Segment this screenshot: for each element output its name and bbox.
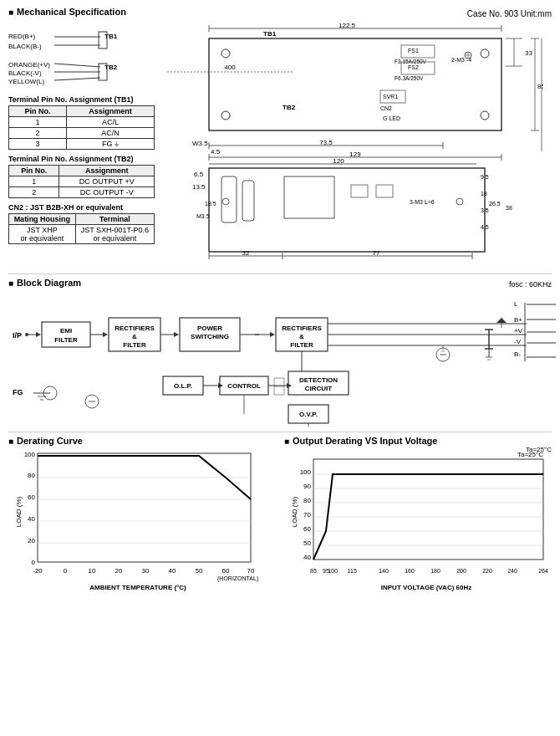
svg-text:L: L (514, 300, 518, 308)
svg-text:DETECTION: DETECTION (299, 376, 338, 384)
svg-text:20: 20 (28, 537, 35, 544)
derating-chart-svg: 0 20 40 60 80 100 -20 0 10 20 (8, 449, 267, 598)
table-row: JST XHP or equivalent JST SXH-001T-P0.6 … (9, 225, 155, 244)
tb1-table: Pin No. Assignment 1AC/L 2AC/N 3FG ⏚ (8, 105, 155, 150)
block-diagram-title: Block Diagram (8, 278, 81, 288)
svg-marker-128 (496, 318, 507, 323)
derating-curve-block: Derating Curve 0 20 40 60 80 100 (8, 436, 276, 620)
tb2-title: Terminal Pin No. Assignment (TB2) (8, 155, 155, 163)
svg-text:80: 80 (28, 472, 35, 479)
svg-text:60: 60 (222, 567, 230, 575)
svg-text:M3.5: M3.5 (196, 213, 210, 219)
svg-text:220: 220 (482, 568, 492, 574)
svg-text:240: 240 (507, 568, 517, 574)
svg-text:+V: +V (514, 327, 523, 335)
svg-text:100: 100 (300, 468, 312, 476)
page: Mechanical Specification Case No. 903 Un… (0, 0, 560, 736)
svg-point-71 (456, 198, 463, 205)
table-row: 3FG ⏚ (9, 139, 155, 150)
tables-area: RED(B+) BLACK(B-) ORANGE(+V) BLACK(-V) Y… (8, 23, 155, 244)
svg-text:YELLOW(L): YELLOW(L) (8, 78, 44, 85)
svg-text:TB1: TB1 (263, 30, 277, 38)
svg-rect-65 (221, 176, 237, 222)
table-row: 2AC/N (9, 128, 155, 139)
svg-text:B+: B+ (514, 316, 522, 324)
svg-text:13.5: 13.5 (192, 183, 206, 191)
svg-text:CONTROL: CONTROL (227, 382, 261, 390)
svg-text:77: 77 (373, 249, 380, 257)
svg-text:90: 90 (303, 483, 311, 490)
svg-text:G LED: G LED (383, 115, 400, 121)
table-row: 1AC/L (9, 117, 155, 128)
cn2-table: Mating Housing Terminal JST XHP or equiv… (8, 213, 155, 244)
svg-text:RECTIFIERS: RECTIFIERS (282, 325, 322, 332)
svg-text:I/P: I/P (13, 331, 22, 340)
output-derating-title: Output Derating VS Input Voltage (284, 436, 552, 446)
svg-text:9.5: 9.5 (481, 174, 489, 180)
svg-text:RED(B+): RED(B+) (8, 33, 36, 40)
svg-text:50: 50 (303, 539, 311, 547)
derating-chart: 0 20 40 60 80 100 -20 0 10 20 (8, 449, 276, 595)
svg-text:4.5: 4.5 (211, 148, 221, 156)
svg-text:W3.5: W3.5 (192, 140, 208, 147)
svg-text:LOAD (%): LOAD (%) (15, 496, 23, 527)
cn2-col-terminal: Terminal (75, 214, 154, 225)
svg-text:40: 40 (303, 554, 311, 561)
svg-text:INPUT VOLTAGE (VAC) 60Hz: INPUT VOLTAGE (VAC) 60Hz (381, 584, 471, 591)
svg-text:SVR1: SVR1 (383, 94, 398, 100)
svg-text:85: 85 (310, 568, 317, 574)
tb1-col-assign: Assignment (67, 106, 155, 117)
svg-marker-102 (103, 332, 108, 337)
svg-rect-69 (376, 185, 393, 197)
svg-line-11 (54, 78, 100, 80)
svg-text:60: 60 (28, 493, 35, 501)
svg-rect-66 (242, 181, 254, 221)
svg-text:SWITCHING: SWITCHING (191, 333, 229, 340)
table-row: 2DC OUTPUT -V (9, 187, 155, 198)
svg-text:20: 20 (115, 567, 123, 575)
svg-text:FILTER: FILTER (123, 341, 146, 349)
svg-text:2-M3 -4: 2-M3 -4 (451, 57, 471, 63)
svg-text:TB2: TB2 (104, 64, 118, 71)
svg-text:30: 30 (142, 567, 150, 575)
table-row: 1DC OUTPUT +V (9, 176, 155, 187)
wiring-diagram: RED(B+) BLACK(B-) ORANGE(+V) BLACK(-V) Y… (8, 23, 155, 90)
svg-text:EMI: EMI (60, 327, 72, 335)
svg-point-96 (25, 333, 28, 336)
svg-text:TB2: TB2 (283, 104, 296, 111)
svg-text:85.5: 85.5 (537, 83, 543, 90)
svg-text:40: 40 (28, 515, 35, 523)
svg-line-9 (54, 64, 100, 67)
svg-text:FILTER: FILTER (290, 341, 313, 349)
svg-text:F6.3A/250V: F6.3A/250V (395, 75, 424, 81)
svg-rect-166 (38, 453, 251, 562)
case-info: Case No. 903 Unit:mm (467, 9, 552, 18)
svg-text:&: & (132, 333, 137, 340)
svg-text:80: 80 (303, 497, 311, 504)
block-diagram-section: Block Diagram fosc : 60KHz I/P FG (8, 278, 552, 432)
output-derating-svg: Ta=25°C 40 50 60 70 80 90 100 (284, 449, 552, 598)
svg-text:40: 40 (169, 567, 176, 575)
svg-text:B-: B- (514, 350, 521, 358)
svg-text:O.L.P.: O.L.P. (174, 382, 192, 390)
tb1-title: Terminal Pin No. Assignment (TB1) (8, 95, 155, 104)
svg-rect-68 (351, 185, 368, 197)
cn2-title: CN2 : JST B2B-XH or equivalent (8, 203, 155, 212)
svg-marker-108 (174, 332, 179, 337)
svg-text:122.5: 122.5 (339, 22, 356, 29)
svg-text:38: 38 (506, 205, 512, 211)
svg-rect-67 (284, 176, 334, 218)
svg-point-19 (221, 49, 230, 58)
svg-marker-151 (218, 383, 223, 388)
svg-text:60: 60 (303, 525, 311, 533)
svg-point-21 (221, 111, 230, 120)
svg-text:140: 140 (379, 568, 389, 574)
svg-text:O.V.P.: O.V.P. (299, 411, 318, 418)
svg-text:FILTER: FILTER (54, 336, 78, 344)
svg-marker-153 (287, 383, 292, 388)
svg-text:26.5: 26.5 (489, 201, 501, 207)
curves-section: Derating Curve 0 20 40 60 80 100 (8, 436, 552, 620)
svg-point-20 (481, 49, 489, 58)
svg-text:FG: FG (13, 388, 23, 396)
svg-text:400: 400 (224, 64, 236, 71)
